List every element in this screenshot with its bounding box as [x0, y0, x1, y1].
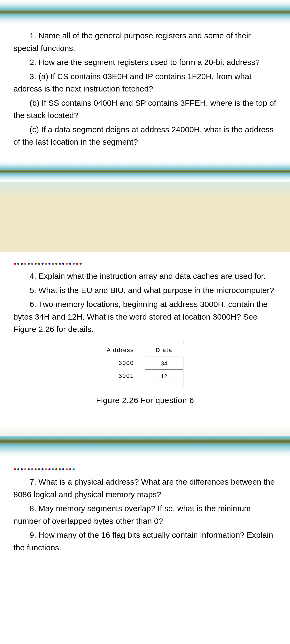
- decorative-dots-1: ●●●●●●●●●●●●●●●●●●●●: [0, 252, 290, 270]
- question-3b: (b) If SS contains 0400H and SP contains…: [13, 97, 277, 122]
- address-column: A ddress 3000 3001: [107, 344, 134, 382]
- question-block-3: 7. What is a physical address? What are …: [0, 476, 290, 566]
- data-row-1: 12: [145, 369, 183, 382]
- address-header: A ddress: [107, 344, 134, 357]
- decorative-banner-1: [0, 161, 290, 182]
- data-column: D ata 34 12: [145, 344, 183, 386]
- question-1: 1. Name all of the general purpose regis…: [13, 30, 277, 54]
- decorative-sand-block: [0, 182, 290, 252]
- data-row-0: 34: [145, 357, 183, 369]
- decorative-banner-2: [0, 425, 290, 458]
- decorative-dots-2: ●●●●●●●●●●●●●●●●●●: [0, 458, 290, 476]
- question-7: 7. What is a physical address? What are …: [13, 476, 277, 501]
- question-4: 4. Explain what the instruction array an…: [13, 270, 277, 283]
- question-6: 6. Two memory locations, beginning at ad…: [13, 298, 277, 336]
- figure-2-26: A ddress 3000 3001 D ata 34 12 Figure 2.…: [13, 344, 277, 407]
- question-2: 2. How are the segment registers used to…: [13, 56, 277, 69]
- address-row-0: 3000: [107, 357, 134, 369]
- question-block-1: 1. Name all of the general purpose regis…: [0, 24, 290, 161]
- question-8: 8. May memory segments overlap? If so, w…: [13, 502, 277, 527]
- data-header: D ata: [145, 344, 183, 357]
- decorative-banner-top: [0, 0, 290, 24]
- question-3c: (c) If a data segment deigns at address …: [13, 123, 277, 148]
- question-3a: 3. (a) If CS contains 03E0H and IP conta…: [13, 70, 277, 95]
- address-row-1: 3001: [107, 369, 134, 382]
- question-5: 5. What is the EU and BIU, and what purp…: [13, 284, 277, 297]
- figure-caption: Figure 2.26 For question 6: [96, 394, 194, 407]
- question-9: 9. How many of the 16 flag bits actually…: [13, 529, 277, 554]
- memory-table: A ddress 3000 3001 D ata 34 12: [107, 344, 183, 386]
- question-block-2: 4. Explain what the instruction array an…: [0, 270, 290, 423]
